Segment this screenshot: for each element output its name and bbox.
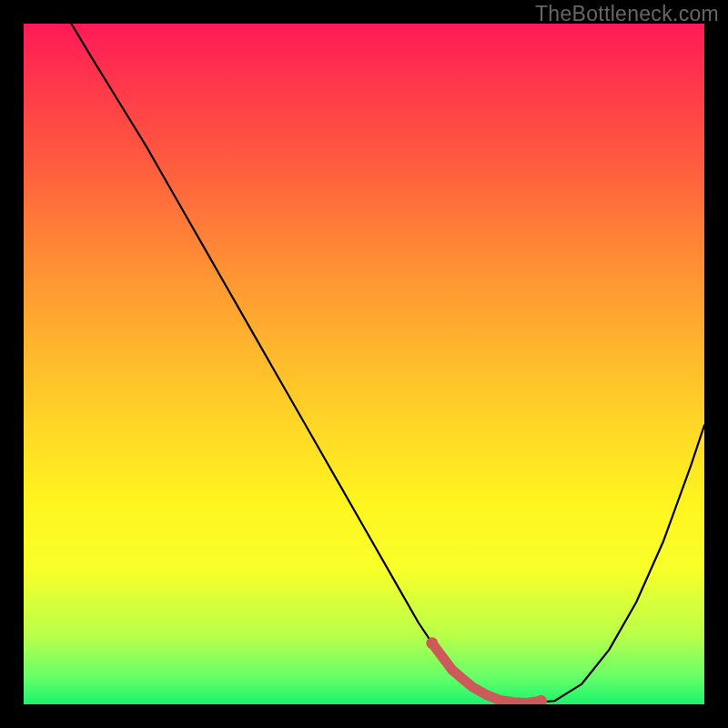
- bottleneck-curve: [71, 24, 704, 703]
- near-optimum-markers: [426, 637, 547, 704]
- marker-endpoint: [426, 637, 438, 649]
- marker-connector: [432, 643, 541, 703]
- plot-svg: [24, 24, 704, 704]
- watermark-text: TheBottleneck.com: [535, 2, 719, 26]
- chart-stage: TheBottleneck.com: [0, 0, 728, 728]
- plot-area: [24, 24, 704, 704]
- marker-endpoint: [535, 695, 547, 704]
